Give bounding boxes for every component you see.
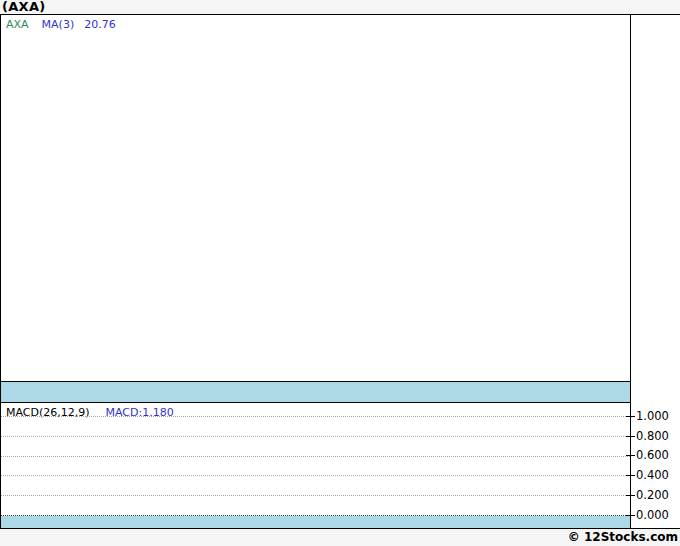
macd-gridline	[1, 475, 630, 476]
axis-tick: 0.800	[631, 429, 669, 443]
tick-label: 0.800	[636, 429, 669, 443]
tick-label: 0.600	[636, 448, 669, 462]
copyright-text: © 12Stocks.com	[0, 530, 680, 546]
macd-gridline	[1, 495, 630, 496]
legend-ma-label: MA(3)	[42, 18, 75, 31]
tick-mark	[626, 436, 635, 437]
tick-mark	[626, 455, 635, 456]
axis-tick: 1.000	[631, 409, 669, 423]
axis-tick: 0.400	[631, 468, 669, 482]
chart-frame: AXAMA(3)20.76 MACD(26,12,9)MACD:1.180 1.…	[0, 14, 680, 529]
price-panel-legend: AXAMA(3)20.76	[1, 15, 630, 31]
highlight-band-bottom	[1, 516, 630, 528]
axis-tick: 0.200	[631, 488, 669, 502]
macd-indicator-value: MACD:1.180	[106, 406, 174, 419]
macd-gridline	[1, 416, 630, 417]
tick-label: 1.000	[636, 409, 669, 423]
macd-value-axis: 1.000 0.800 0.600 0.400 0.200 0.000	[631, 15, 680, 528]
tick-label: 0.000	[636, 508, 669, 522]
tick-mark	[626, 495, 635, 496]
legend-ma-value: 20.76	[84, 18, 116, 31]
macd-panel: MACD(26,12,9)MACD:1.180	[1, 403, 630, 528]
legend-symbol-label: AXA	[6, 18, 29, 31]
macd-panel-legend: MACD(26,12,9)MACD:1.180	[6, 406, 174, 419]
macd-indicator-label: MACD(26,12,9)	[6, 406, 90, 419]
macd-gridline	[1, 436, 630, 437]
tick-mark	[626, 416, 635, 417]
tick-mark	[626, 515, 635, 516]
highlight-band-top	[1, 381, 630, 403]
price-panel: AXAMA(3)20.76	[1, 15, 630, 382]
tick-label: 0.200	[636, 488, 669, 502]
tick-label: 0.400	[636, 468, 669, 482]
tick-mark	[626, 475, 635, 476]
macd-gridline	[1, 456, 630, 457]
axis-tick: 0.000	[631, 508, 669, 522]
axis-tick: 0.600	[631, 448, 669, 462]
page-title: (AXA)	[2, 0, 46, 14]
